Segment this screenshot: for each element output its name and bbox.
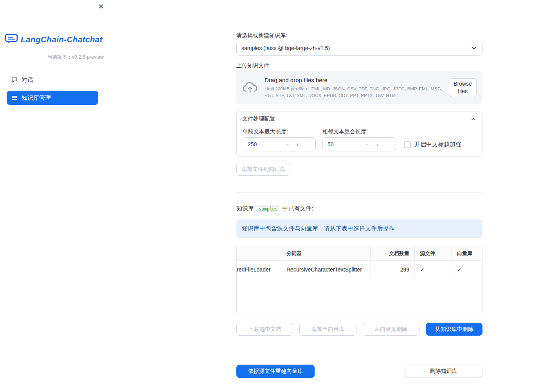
delete-from-vector-store-button[interactable]: 从向量库删除 (363, 323, 419, 336)
kb-files-prefix: 知识库 (236, 205, 254, 212)
kb-name-code: samples (257, 205, 279, 212)
uploader-drag-text: Drag and drop files here (265, 77, 449, 83)
cell-loader: redFileLoader (237, 261, 281, 278)
chat-bubble-icon (11, 77, 18, 83)
cell-splitter: RecursiveCharacterTextSplitter (281, 261, 371, 278)
sidebar-item-dialogue[interactable]: 对话 (7, 73, 98, 87)
upload-label: 上传知识文件: (236, 62, 271, 69)
info-alert: 知识库中包含源文件与向量库，请从下表中选择文件后操作 (236, 219, 482, 238)
rebuild-vector-store-button[interactable]: 依据源文件重建向量库 (236, 365, 315, 378)
kb-files-line: 知识库 samples 中已有文件: (236, 205, 313, 212)
overlap-plus-button[interactable]: + (372, 138, 382, 151)
checkbox-box (404, 141, 411, 148)
logo: LangChain-Chatchat (5, 34, 103, 45)
logo-text: LangChain-Chatchat (21, 35, 103, 44)
add-to-vector-store-button[interactable]: 添加至向量库 (299, 323, 356, 336)
table-header-loader[interactable] (237, 246, 281, 261)
overlap-input[interactable] (323, 141, 362, 147)
list-icon (11, 95, 18, 101)
delete-kb-button[interactable]: 删除知识库 (405, 365, 482, 378)
overlap-label: 相邻文本重合长度: (322, 128, 368, 135)
browse-files-button[interactable]: Browse files (449, 78, 477, 97)
divider (236, 192, 482, 192)
uploader-texts: Drag and drop files here Limit 200MB per… (265, 77, 449, 99)
main-content: 请选择或新建知识库: samples (faiss @ bge-large-zh… (236, 0, 483, 392)
version-text: 当前版本：v0.2.6-preview (47, 54, 104, 61)
table-header-vector-store[interactable]: 向量库 (452, 246, 482, 261)
sidebar: ✕ LangChain-Chatchat 当前版本：v0.2.6-preview (0, 0, 110, 392)
divider (236, 351, 482, 351)
info-alert-text: 知识库中包含源文件与向量库，请从下表中选择文件后操作 (242, 225, 394, 232)
sidebar-item-knowledge-base[interactable]: 知识库管理 (7, 91, 98, 105)
chevron-up-icon (470, 116, 477, 122)
table-header-doc-count[interactable]: 文档数量 (371, 246, 415, 261)
file-config-title: 文件处理配置 (242, 115, 275, 122)
kb-files-suffix: 中已有文件: (282, 205, 313, 212)
table-header-splitter[interactable]: 分词器 (281, 246, 371, 261)
table-header-source-file[interactable]: 源文件 (415, 246, 452, 261)
max-length-label: 单段文本最大长度: (243, 128, 288, 135)
sidebar-item-label: 对话 (22, 76, 33, 84)
max-length-input[interactable] (243, 141, 282, 147)
cell-source-file-check: ✓ (415, 261, 452, 278)
kb-selectbox-value: samples (faiss @ bge-large-zh-v1.5) (241, 45, 330, 51)
cell-doc-count: 299 (371, 261, 415, 278)
table-header-row: 分词器 文档数量 源文件 向量库 (237, 246, 482, 261)
file-config-expander: 文件处理配置 单段文本最大长度: − + 相邻文本重合长度: − + (236, 111, 482, 156)
overlap-minus-button[interactable]: − (362, 138, 372, 151)
kb-selectbox[interactable]: samples (faiss @ bge-large-zh-v1.5) (236, 41, 482, 56)
kb-files-table[interactable]: 分词器 文档数量 源文件 向量库 redFileLoader Recursive… (236, 246, 482, 313)
file-config-expander-header[interactable]: 文件处理配置 (237, 112, 482, 126)
delete-from-kb-button[interactable]: 从知识库中删除 (426, 323, 482, 336)
app-window: ✕ LangChain-Chatchat 当前版本：v0.2.6-preview (0, 0, 540, 392)
sidebar-item-label: 知识库管理 (22, 94, 51, 102)
chevron-down-icon (470, 45, 477, 52)
overlap-input-group: − + (322, 137, 396, 151)
sidebar-close-icon[interactable]: ✕ (96, 2, 106, 11)
chat-logo-icon (5, 34, 18, 45)
cell-vector-store-check: ✓ (452, 261, 482, 278)
max-length-plus-button[interactable]: + (292, 138, 302, 151)
max-length-input-group: − + (243, 137, 316, 151)
checkbox-label: 开启中文标题加强 (414, 141, 461, 148)
table-row[interactable]: redFileLoader RecursiveCharacterTextSpli… (237, 261, 482, 278)
zh-title-enhance-checkbox[interactable]: 开启中文标题加强 (404, 141, 461, 148)
download-selected-button[interactable]: 下载选中文档 (236, 323, 293, 336)
sidebar-menu: 对话 知识库管理 (7, 73, 98, 105)
max-length-minus-button[interactable]: − (282, 138, 292, 151)
cloud-upload-icon (242, 81, 258, 94)
file-uploader-dropzone[interactable]: Drag and drop files here Limit 200MB per… (236, 71, 482, 104)
table-actions-row: 下载选中文档 添加至向量库 从向量库删除 从知识库中删除 (236, 323, 482, 336)
uploader-limit-text: Limit 200MB per file • HTML, MD, JSON, C… (265, 86, 449, 99)
add-files-to-kb-button[interactable]: 添加文件到知识库 (236, 163, 290, 176)
kb-select-label: 请选择或新建知识库: (236, 32, 287, 39)
